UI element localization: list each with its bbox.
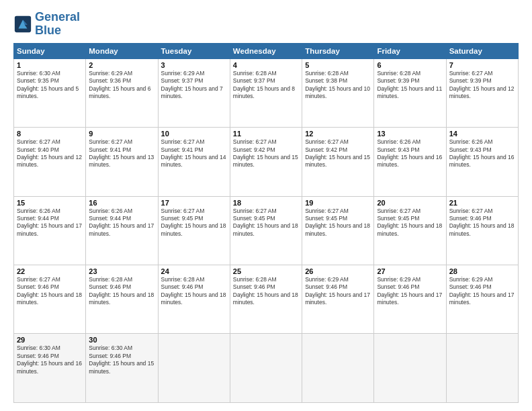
calendar-cell (446, 334, 518, 403)
cell-details: Sunrise: 6:28 AMSunset: 9:46 PMDaylight:… (161, 276, 227, 307)
calendar-cell: 3Sunrise: 6:29 AMSunset: 9:37 PMDaylight… (158, 58, 230, 127)
cell-details: Sunrise: 6:30 AMSunset: 9:35 PMDaylight:… (17, 70, 83, 101)
calendar-cell: 8Sunrise: 6:27 AMSunset: 9:40 PMDaylight… (14, 128, 86, 196)
page: General Blue SundayMondayTuesdayWednesda… (0, 0, 532, 411)
day-number: 3 (161, 61, 227, 69)
calendar-cell: 2Sunrise: 6:29 AMSunset: 9:36 PMDaylight… (86, 58, 158, 127)
cell-details: Sunrise: 6:27 AMSunset: 9:42 PMDaylight:… (305, 138, 371, 169)
calendar-cell (158, 334, 230, 403)
cell-details: Sunrise: 6:27 AMSunset: 9:46 PMDaylight:… (449, 208, 515, 238)
calendar-header-monday: Monday (86, 43, 158, 58)
day-number: 29 (17, 336, 83, 344)
day-number: 16 (89, 199, 154, 207)
cell-details: Sunrise: 6:26 AMSunset: 9:44 PMDaylight:… (89, 208, 154, 238)
cell-details: Sunrise: 6:28 AMSunset: 9:46 PMDaylight:… (89, 276, 154, 307)
cell-details: Sunrise: 6:26 AMSunset: 9:43 PMDaylight:… (449, 138, 515, 169)
day-number: 27 (377, 267, 443, 275)
day-number: 11 (233, 130, 299, 138)
day-number: 24 (161, 267, 227, 275)
cell-details: Sunrise: 6:30 AMSunset: 9:46 PMDaylight:… (89, 345, 154, 375)
calendar-cell: 19Sunrise: 6:27 AMSunset: 9:45 PMDayligh… (302, 196, 374, 265)
cell-details: Sunrise: 6:28 AMSunset: 9:39 PMDaylight:… (377, 70, 443, 101)
day-number: 7 (449, 61, 515, 69)
day-number: 22 (17, 267, 83, 275)
cell-details: Sunrise: 6:28 AMSunset: 9:37 PMDaylight:… (233, 70, 299, 101)
calendar-cell: 16Sunrise: 6:26 AMSunset: 9:44 PMDayligh… (86, 196, 158, 265)
calendar-cell: 13Sunrise: 6:26 AMSunset: 9:43 PMDayligh… (374, 128, 446, 196)
calendar-cell: 29Sunrise: 6:30 AMSunset: 9:46 PMDayligh… (14, 334, 86, 403)
calendar-cell: 21Sunrise: 6:27 AMSunset: 9:46 PMDayligh… (446, 196, 518, 265)
cell-details: Sunrise: 6:27 AMSunset: 9:45 PMDaylight:… (161, 208, 227, 238)
cell-details: Sunrise: 6:28 AMSunset: 9:46 PMDaylight:… (233, 276, 299, 307)
calendar-cell: 9Sunrise: 6:27 AMSunset: 9:41 PMDaylight… (86, 128, 158, 196)
calendar-header-friday: Friday (374, 43, 446, 58)
day-number: 25 (233, 267, 299, 275)
day-number: 23 (89, 267, 154, 275)
day-number: 19 (305, 199, 371, 207)
calendar-cell (230, 334, 302, 403)
logo-icon (13, 15, 32, 34)
logo-text: General Blue (35, 11, 80, 38)
cell-details: Sunrise: 6:29 AMSunset: 9:46 PMDaylight:… (305, 276, 371, 307)
calendar-cell: 28Sunrise: 6:29 AMSunset: 9:46 PMDayligh… (446, 265, 518, 334)
cell-details: Sunrise: 6:29 AMSunset: 9:46 PMDaylight:… (449, 276, 515, 307)
calendar-cell: 5Sunrise: 6:28 AMSunset: 9:38 PMDaylight… (302, 58, 374, 127)
day-number: 26 (305, 267, 371, 275)
calendar-cell (302, 334, 374, 403)
calendar-header-wednesday: Wednesday (230, 43, 302, 58)
day-number: 21 (449, 199, 515, 207)
calendar-week-row: 8Sunrise: 6:27 AMSunset: 9:40 PMDaylight… (14, 128, 519, 196)
cell-details: Sunrise: 6:29 AMSunset: 9:37 PMDaylight:… (161, 70, 227, 101)
day-number: 1 (17, 61, 83, 69)
calendar-cell: 24Sunrise: 6:28 AMSunset: 9:46 PMDayligh… (158, 265, 230, 334)
cell-details: Sunrise: 6:27 AMSunset: 9:45 PMDaylight:… (233, 208, 299, 238)
day-number: 9 (89, 130, 154, 138)
calendar-cell: 26Sunrise: 6:29 AMSunset: 9:46 PMDayligh… (302, 265, 374, 334)
cell-details: Sunrise: 6:30 AMSunset: 9:46 PMDaylight:… (17, 345, 83, 375)
calendar-week-row: 29Sunrise: 6:30 AMSunset: 9:46 PMDayligh… (14, 334, 519, 403)
calendar-cell: 17Sunrise: 6:27 AMSunset: 9:45 PMDayligh… (158, 196, 230, 265)
calendar-cell: 22Sunrise: 6:27 AMSunset: 9:46 PMDayligh… (14, 265, 86, 334)
cell-details: Sunrise: 6:27 AMSunset: 9:42 PMDaylight:… (233, 138, 299, 169)
day-number: 28 (449, 267, 515, 275)
calendar-cell: 10Sunrise: 6:27 AMSunset: 9:41 PMDayligh… (158, 128, 230, 196)
cell-details: Sunrise: 6:28 AMSunset: 9:38 PMDaylight:… (305, 70, 371, 101)
cell-details: Sunrise: 6:26 AMSunset: 9:44 PMDaylight:… (17, 208, 83, 238)
calendar-cell: 11Sunrise: 6:27 AMSunset: 9:42 PMDayligh… (230, 128, 302, 196)
cell-details: Sunrise: 6:27 AMSunset: 9:41 PMDaylight:… (89, 138, 154, 169)
header: General Blue (13, 11, 519, 38)
cell-details: Sunrise: 6:27 AMSunset: 9:45 PMDaylight:… (305, 208, 371, 238)
calendar-cell: 1Sunrise: 6:30 AMSunset: 9:35 PMDaylight… (14, 58, 86, 127)
calendar-cell: 23Sunrise: 6:28 AMSunset: 9:46 PMDayligh… (86, 265, 158, 334)
day-number: 8 (17, 130, 83, 138)
day-number: 2 (89, 61, 154, 69)
calendar-week-row: 22Sunrise: 6:27 AMSunset: 9:46 PMDayligh… (14, 265, 519, 334)
cell-details: Sunrise: 6:29 AMSunset: 9:46 PMDaylight:… (377, 276, 443, 307)
day-number: 18 (233, 199, 299, 207)
calendar-cell (374, 334, 446, 403)
calendar-header-saturday: Saturday (446, 43, 518, 58)
calendar-cell: 14Sunrise: 6:26 AMSunset: 9:43 PMDayligh… (446, 128, 518, 196)
logo: General Blue (13, 11, 80, 38)
calendar-cell: 7Sunrise: 6:27 AMSunset: 9:39 PMDaylight… (446, 58, 518, 127)
cell-details: Sunrise: 6:27 AMSunset: 9:40 PMDaylight:… (17, 138, 83, 169)
day-number: 4 (233, 61, 299, 69)
cell-details: Sunrise: 6:27 AMSunset: 9:41 PMDaylight:… (161, 138, 227, 169)
calendar-cell: 27Sunrise: 6:29 AMSunset: 9:46 PMDayligh… (374, 265, 446, 334)
day-number: 17 (161, 199, 227, 207)
cell-details: Sunrise: 6:29 AMSunset: 9:36 PMDaylight:… (89, 70, 154, 101)
calendar-header-thursday: Thursday (302, 43, 374, 58)
day-number: 10 (161, 130, 227, 138)
day-number: 14 (449, 130, 515, 138)
cell-details: Sunrise: 6:27 AMSunset: 9:45 PMDaylight:… (377, 208, 443, 238)
calendar-cell: 12Sunrise: 6:27 AMSunset: 9:42 PMDayligh… (302, 128, 374, 196)
calendar-header-tuesday: Tuesday (158, 43, 230, 58)
calendar-cell: 4Sunrise: 6:28 AMSunset: 9:37 PMDaylight… (230, 58, 302, 127)
calendar-cell: 15Sunrise: 6:26 AMSunset: 9:44 PMDayligh… (14, 196, 86, 265)
day-number: 30 (89, 336, 154, 344)
day-number: 15 (17, 199, 83, 207)
calendar-cell: 18Sunrise: 6:27 AMSunset: 9:45 PMDayligh… (230, 196, 302, 265)
calendar-header-row: SundayMondayTuesdayWednesdayThursdayFrid… (14, 43, 519, 58)
day-number: 20 (377, 199, 443, 207)
calendar-cell: 20Sunrise: 6:27 AMSunset: 9:45 PMDayligh… (374, 196, 446, 265)
